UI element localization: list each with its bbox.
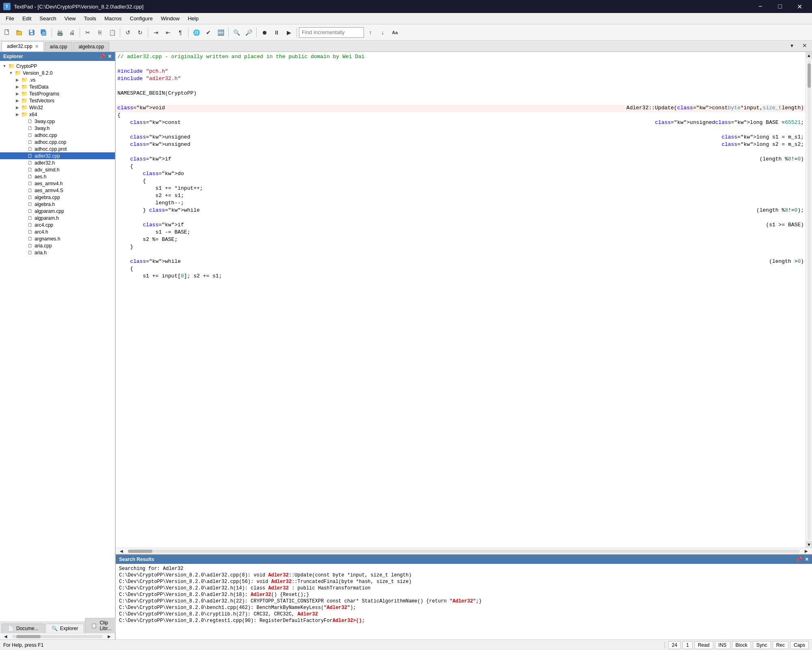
tree-file-aes-armv4-h[interactable]: 🗋 aes_armv4.h [0, 180, 115, 187]
tree-file-algebra-cpp[interactable]: 🗋 algebra.cpp [0, 194, 115, 201]
tab-aria-cpp[interactable]: aria.cpp [45, 42, 73, 51]
tree-file-adhoc-cpp-cop[interactable]: 🗋 adhoc.cpp.cop [0, 139, 115, 145]
record-button[interactable]: ⏺ [259, 27, 270, 38]
scroll-thumb[interactable] [808, 63, 811, 88]
tree-file-aria-h[interactable]: 🗋 aria.h [0, 249, 115, 256]
spell-button[interactable]: 🌐 [191, 27, 202, 38]
tab-explorer[interactable]: 🔍 Explorer [45, 624, 84, 633]
tree-file-adler32-cpp[interactable]: 🗋 adler32.cpp [0, 152, 115, 159]
tree-file-adv-simd-h[interactable]: 🗋 adv_simd.h [0, 166, 115, 173]
menu-window[interactable]: Window [157, 14, 184, 23]
close-button[interactable]: ✕ [790, 0, 809, 13]
tree-file-algebra-h[interactable]: 🗋 algebra.h [0, 201, 115, 208]
tree-node-x64[interactable]: ▶ 📁 x64 [0, 111, 115, 118]
tree-file-adler32-h[interactable]: 🗋 adler32.h [0, 159, 115, 166]
save-button[interactable] [26, 27, 37, 38]
tree-node-vs[interactable]: ▶ 📁 .vs [0, 76, 115, 83]
tree-file-adhoc-cpp-prot[interactable]: 🗋 adhoc.cpp.prot [0, 145, 115, 152]
search-result-item[interactable]: C:\Dev\CryptoPP\Version_8.2.0\adler32.h(… [119, 592, 809, 598]
tree-node-testdata[interactable]: ▶ 📁 TestData [0, 83, 115, 90]
spell3-button[interactable]: 🔤 [215, 27, 226, 38]
status-block: Block [732, 641, 751, 649]
menu-macros[interactable]: Macros [100, 14, 126, 23]
tree-file-arc4-h[interactable]: 🗋 arc4.h [0, 228, 115, 235]
editor-h-track[interactable] [128, 550, 800, 553]
find-prev-button[interactable]: ↑ [365, 27, 376, 38]
menu-help[interactable]: Help [184, 14, 203, 23]
indent-button[interactable]: ⇥ [150, 27, 162, 38]
play-button[interactable]: ⏸ [271, 27, 282, 38]
search-result-item[interactable]: C:\Dev\CryptoPP\Version_8.2.0\adler32.cp… [119, 578, 809, 585]
cut-button[interactable]: ✂ [82, 27, 93, 38]
menu-view[interactable]: View [61, 14, 80, 23]
tab-list-button[interactable]: ▾ [786, 40, 797, 51]
tree-file-aes-h[interactable]: 🗋 aes.h [0, 173, 115, 180]
maximize-button[interactable]: □ [771, 0, 789, 13]
tree-file-aria-cpp[interactable]: 🗋 aria.cpp [0, 242, 115, 249]
tree-file-aes-armv4-s[interactable]: 🗋 aes_armv4.S [0, 187, 115, 194]
menu-file[interactable]: File [2, 14, 18, 23]
undo-button[interactable]: ↺ [122, 27, 134, 38]
search-results-pin[interactable]: 📌 [796, 557, 802, 562]
tree-file-algparam-h[interactable]: 🗋 algparam.h [0, 214, 115, 221]
tab-algebra-cpp[interactable]: algebra.cpp [73, 42, 109, 51]
code-v-scrollbar[interactable]: ▲ ▼ [806, 52, 812, 548]
tree-node-version[interactable]: ▼ 📁 Version_8.2.0 [0, 69, 115, 76]
h-scroll-thumb[interactable] [16, 635, 41, 638]
h-scroll-track[interactable] [12, 635, 103, 638]
pilcrow-button[interactable]: ¶ [175, 27, 186, 38]
minimize-button[interactable]: − [751, 0, 770, 13]
tree-file-3way-h[interactable]: 🗋 3way.h [0, 125, 115, 132]
tree-file-arc4-cpp[interactable]: 🗋 arc4.cpp [0, 221, 115, 228]
redo-button[interactable]: ↻ [134, 27, 146, 38]
print-button[interactable]: 🖨️ [54, 27, 65, 38]
find-next-button[interactable]: ↓ [377, 27, 388, 38]
explorer-close-button[interactable]: ✕ [108, 54, 112, 59]
scroll-track[interactable] [808, 59, 811, 540]
copy-button[interactable]: ⎘ [94, 27, 106, 38]
editor-h-scrollbar[interactable]: ◀ ▶ [116, 548, 812, 554]
explorer-pin-button[interactable]: 📌 [99, 54, 105, 59]
find-incremental-input[interactable] [299, 27, 364, 38]
play2-button[interactable]: ▶ [283, 27, 294, 38]
code-line: s1 -= BASE; [116, 229, 806, 236]
h-scroll-right-btn[interactable]: ▶ [104, 631, 115, 640]
menu-edit[interactable]: Edit [18, 14, 35, 23]
spell2-button[interactable]: ✔ [203, 27, 214, 38]
editor-h-thumb[interactable] [128, 550, 152, 553]
search-result-item[interactable]: C:\Dev\CryptoPP\Version_8.2.0\cryptlib.h… [119, 611, 809, 618]
tree-node-win32[interactable]: ▶ 📁 Win32 [0, 104, 115, 111]
tab-adler32-cpp[interactable]: adler32.cpp ✕ [2, 41, 44, 51]
explorer-h-scrollbar[interactable]: ◀ ▶ [0, 633, 115, 639]
search-result-item[interactable]: C:\Dev\CryptoPP\Version_8.2.0\regtest1.c… [119, 618, 809, 624]
tree-file-argnames-h[interactable]: 🗋 argnames.h [0, 235, 115, 242]
search-result-item[interactable]: C:\Dev\CryptoPP\Version_8.2.0\adler32.h(… [119, 585, 809, 592]
menu-configure[interactable]: Configure [126, 14, 157, 23]
match-case-button[interactable]: Aa [389, 27, 401, 38]
search-result-item[interactable]: C:\Dev\CryptoPP\Version_8.2.0\adler32.cp… [119, 572, 809, 578]
search-results-close[interactable]: ✕ [805, 557, 809, 562]
tree-node-root[interactable]: ▼ 📁 CryptoPP [0, 63, 115, 69]
tree-file-adhoc-cpp[interactable]: 🗋 adhoc.cpp [0, 132, 115, 139]
tree-node-testvectors[interactable]: ▶ 📁 TestVectors [0, 97, 115, 104]
tab-close-adler32[interactable]: ✕ [35, 44, 39, 49]
save-all-button[interactable] [38, 27, 50, 38]
tree-node-testprograms[interactable]: ▶ 📁 TestPrograms [0, 90, 115, 97]
new-button[interactable] [2, 27, 13, 38]
compare2-button[interactable]: 🔎 [243, 27, 254, 38]
code-editor[interactable]: // adler32.cpp - originally written and … [116, 52, 806, 548]
tree-file-algparam-cpp[interactable]: 🗋 algparam.cpp [0, 208, 115, 214]
tab-close-all[interactable]: ✕ [799, 40, 810, 51]
scroll-up-btn[interactable]: ▲ [806, 52, 812, 58]
h-scroll-left-btn[interactable]: ◀ [0, 631, 11, 640]
search-result-item[interactable]: C:\Dev\CryptoPP\Version_8.2.0\bench1.cpp… [119, 604, 809, 611]
open-button[interactable] [14, 27, 25, 38]
tree-file-3way-cpp[interactable]: 🗋 3way.cpp [0, 118, 115, 125]
paste-button[interactable]: 📋 [106, 27, 118, 38]
compare-button[interactable]: 🔍 [231, 27, 242, 38]
search-result-item[interactable]: C:\Dev\CryptoPP\Version_8.2.0\adler32.h(… [119, 598, 809, 604]
print-preview-button[interactable]: 🖨 [66, 27, 78, 38]
unindent-button[interactable]: ⇤ [162, 27, 174, 38]
menu-tools[interactable]: Tools [80, 14, 100, 23]
menu-search[interactable]: Search [35, 14, 60, 23]
